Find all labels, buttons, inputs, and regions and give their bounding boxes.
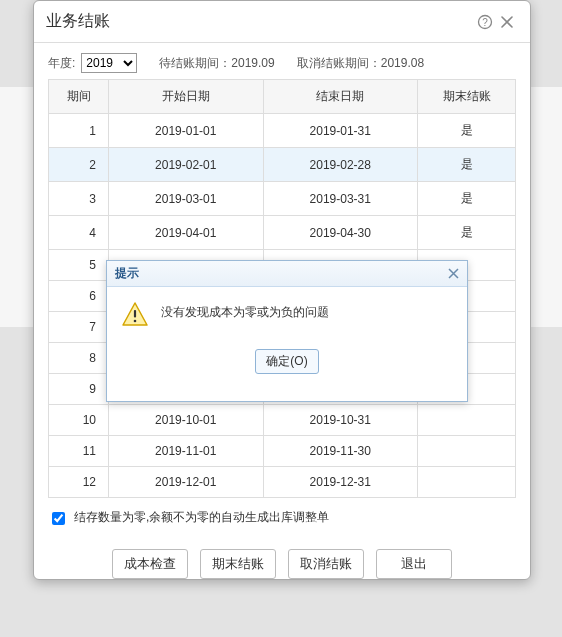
table-row[interactable]: 122019-12-012019-12-31 [49,467,516,498]
alert-ok-button[interactable]: 确定(O) [255,349,318,374]
dialog-footer: 成本检查 期末结账 取消结账 退出 [34,533,530,579]
cell-start: 2019-01-01 [109,114,264,148]
cell-period: 4 [49,216,109,250]
cell-period: 2 [49,148,109,182]
cell-closed: 是 [418,216,516,250]
table-row[interactable]: 42019-04-012019-04-30是 [49,216,516,250]
alert-title: 提示 [115,265,139,282]
table-row[interactable]: 112019-11-012019-11-30 [49,436,516,467]
auto-adjust-checkbox[interactable] [52,512,65,525]
cell-end: 2019-12-31 [263,467,418,498]
alert-close-icon[interactable] [448,266,459,282]
cell-end: 2019-02-28 [263,148,418,182]
cancel-period-label: 取消结账期间：2019.08 [297,55,424,72]
cell-period: 11 [49,436,109,467]
table-row[interactable]: 32019-03-012019-03-31是 [49,182,516,216]
cell-closed: 是 [418,148,516,182]
alert-header: 提示 [107,261,467,287]
table-row[interactable]: 102019-10-012019-10-31 [49,405,516,436]
svg-text:?: ? [482,16,488,27]
cell-closed: 是 [418,114,516,148]
svg-rect-3 [134,310,136,318]
alert-dialog: 提示 没有发现成本为零或为负的问题 确定(O) [106,260,468,402]
cell-start: 2019-12-01 [109,467,264,498]
warning-icon [121,301,149,329]
col-period: 期间 [49,80,109,114]
svg-point-2 [134,320,137,323]
cell-period: 8 [49,343,109,374]
cell-start: 2019-04-01 [109,216,264,250]
cell-start: 2019-10-01 [109,405,264,436]
period-close-button[interactable]: 期末结账 [200,549,276,579]
toolbar: 年度: 2019 待结账期间：2019.09 取消结账期间：2019.08 [34,43,530,79]
auto-adjust-label[interactable]: 结存数量为零,余额不为零的自动生成出库调整单 [74,509,329,526]
col-start: 开始日期 [109,80,264,114]
cell-end: 2019-01-31 [263,114,418,148]
cell-closed [418,405,516,436]
cell-closed [418,436,516,467]
cell-closed [418,467,516,498]
table-row[interactable]: 12019-01-012019-01-31是 [49,114,516,148]
year-select[interactable]: 2019 [81,53,137,73]
cell-start: 2019-02-01 [109,148,264,182]
year-label: 年度: [48,55,75,72]
table-row[interactable]: 22019-02-012019-02-28是 [49,148,516,182]
cell-period: 7 [49,312,109,343]
dialog-title: 业务结账 [46,11,110,32]
col-end: 结束日期 [263,80,418,114]
cell-period: 5 [49,250,109,281]
cancel-close-button[interactable]: 取消结账 [288,549,364,579]
help-icon[interactable]: ? [474,11,496,33]
cell-end: 2019-04-30 [263,216,418,250]
pending-period-label: 待结账期间：2019.09 [159,55,274,72]
cell-closed: 是 [418,182,516,216]
cell-period: 10 [49,405,109,436]
cost-check-button[interactable]: 成本检查 [112,549,188,579]
cell-start: 2019-03-01 [109,182,264,216]
col-closed: 期末结账 [418,80,516,114]
cell-period: 6 [49,281,109,312]
cell-end: 2019-03-31 [263,182,418,216]
cell-period: 12 [49,467,109,498]
exit-button[interactable]: 退出 [376,549,452,579]
close-icon[interactable] [496,11,518,33]
alert-message: 没有发现成本为零或为负的问题 [161,301,329,321]
table-header-row: 期间 开始日期 结束日期 期末结账 [49,80,516,114]
cell-end: 2019-10-31 [263,405,418,436]
dialog-header: 业务结账 ? [34,1,530,43]
cell-period: 1 [49,114,109,148]
cell-period: 3 [49,182,109,216]
cell-end: 2019-11-30 [263,436,418,467]
cell-start: 2019-11-01 [109,436,264,467]
auto-adjust-row: 结存数量为零,余额不为零的自动生成出库调整单 [34,498,530,533]
cell-period: 9 [49,374,109,405]
